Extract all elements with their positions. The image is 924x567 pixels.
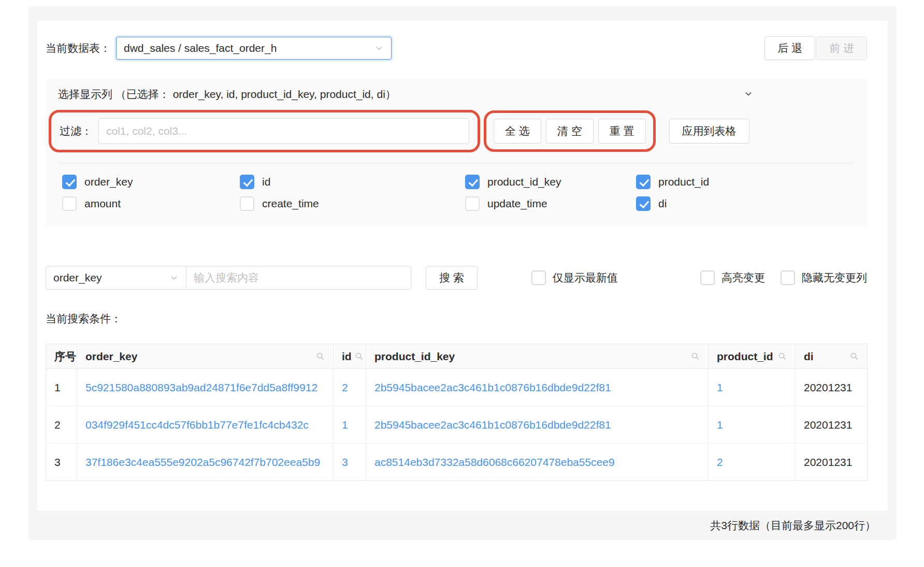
table-select[interactable]: dwd_sales / sales_fact_order_h	[116, 37, 392, 60]
column-checkbox-product_id_key[interactable]: product_id_key	[465, 175, 636, 189]
cell-id[interactable]: 2	[334, 369, 366, 406]
top-toolbar: 当前数据表： dwd_sales / sales_fact_order_h 后 …	[46, 36, 867, 60]
table-row: 3 37f186e3c4ea555e9202a5c96742f7b702eea5…	[46, 444, 868, 481]
panel-header[interactable]: 选择显示列 （已选择： order_key, id, product_id_ke…	[46, 79, 867, 110]
cell-product_id[interactable]: 1	[709, 369, 796, 406]
checkbox-icon[interactable]	[465, 175, 480, 189]
header-index: 序号	[46, 344, 77, 369]
search-column-value: order_key	[53, 272, 169, 284]
cell-order_key[interactable]: 5c921580a880893ab9ad24871f6e7dd5a8ff9912	[77, 369, 334, 406]
checkbox-icon[interactable]	[465, 196, 480, 211]
search-icon[interactable]	[691, 352, 700, 361]
highlight-changes-checkbox[interactable]: 高亮变更	[700, 271, 765, 285]
search-button[interactable]: 搜 索	[426, 266, 478, 290]
column-checkbox-id[interactable]: id	[240, 175, 465, 189]
annotation-filter-highlight: 过滤：	[49, 110, 480, 152]
column-checkbox-grid: order_key id product_id_key product_id	[46, 163, 867, 228]
column-checkbox-amount[interactable]: amount	[62, 196, 240, 211]
header-order_key: order_key	[77, 344, 334, 369]
cell-index: 3	[46, 444, 77, 481]
cell-product_id_key[interactable]: ac8514eb3d7332a58d6068c66207478eba55cee9	[366, 444, 709, 481]
current-condition-label: 当前搜索条件：	[46, 311, 867, 326]
cell-product_id_key[interactable]: 2b5945bacee2ac3c461b1c0876b16dbde9d22f81	[366, 406, 709, 444]
table-select-value: dwd_sales / sales_fact_order_h	[124, 42, 374, 54]
cell-di: 20201231	[796, 406, 868, 444]
filter-label: 过滤：	[60, 124, 92, 138]
search-input[interactable]	[186, 266, 411, 290]
cell-index: 2	[46, 406, 77, 444]
column-checkbox-update_time[interactable]: update_time	[465, 196, 636, 211]
back-button[interactable]: 后 退	[764, 36, 815, 60]
table-row: 1 5c921580a880893ab9ad24871f6e7dd5a8ff99…	[46, 369, 868, 406]
cell-order_key[interactable]: 37f186e3c4ea555e9202a5c96742f7b702eea5b9	[77, 444, 334, 481]
hide-unchanged-checkbox[interactable]: 隐藏无变更列	[781, 271, 867, 285]
header-product_id: product_id	[709, 344, 796, 369]
latest-only-checkbox[interactable]: 仅显示最新值	[531, 271, 618, 285]
cell-di: 20201231	[796, 369, 868, 406]
row-count-summary: 共3行数据（目前最多显示200行）	[28, 511, 897, 540]
column-checkbox-create_time[interactable]: create_time	[240, 196, 465, 211]
cell-product_id[interactable]: 2	[709, 444, 796, 481]
cell-id[interactable]: 1	[334, 406, 366, 444]
table-header-row: 序号 order_key id product_id_ke	[46, 344, 868, 369]
panel-title: 选择显示列 （已选择： order_key, id, product_id_ke…	[58, 87, 396, 102]
search-column-select[interactable]: order_key	[46, 266, 186, 290]
cell-product_id[interactable]: 1	[709, 406, 796, 444]
cell-id[interactable]: 3	[334, 444, 366, 481]
select-all-button[interactable]: 全 选	[494, 119, 541, 144]
header-di: di	[796, 344, 868, 369]
page-container: 当前数据表： dwd_sales / sales_fact_order_h 后 …	[28, 6, 897, 540]
checkbox-icon[interactable]	[636, 175, 651, 189]
checkbox-icon[interactable]	[62, 175, 77, 189]
column-checkbox-di[interactable]: di	[636, 196, 855, 211]
header-id: id	[334, 344, 366, 369]
checkbox-icon[interactable]	[781, 271, 795, 285]
apply-to-table-button[interactable]: 应用到表格	[669, 119, 749, 144]
checkbox-icon[interactable]	[700, 271, 715, 285]
chevron-down-icon	[374, 44, 384, 53]
filter-input[interactable]	[98, 118, 469, 144]
collapse-chevron-icon[interactable]	[744, 89, 753, 98]
checkbox-icon[interactable]	[531, 271, 546, 285]
search-icon[interactable]	[778, 352, 787, 361]
checkbox-icon[interactable]	[62, 196, 77, 211]
search-icon[interactable]	[850, 352, 859, 361]
cell-index: 1	[46, 369, 77, 406]
chevron-down-icon	[169, 273, 179, 282]
data-table: 序号 order_key id product_id_ke	[46, 344, 868, 481]
filter-row: 过滤： 全 选 清 空 重 置 应用到表格	[46, 110, 867, 152]
current-table-label: 当前数据表：	[46, 41, 111, 55]
clear-button[interactable]: 清 空	[546, 119, 594, 144]
table-row: 2 034f929f451cc4dc57f6bb1b77e7fe1fc4cb43…	[46, 406, 868, 444]
search-toolbar: order_key 搜 索 仅显示最新值 高亮变更 隐藏无变更列	[46, 266, 867, 290]
cell-product_id_key[interactable]: 2b5945bacee2ac3c461b1c0876b16dbde9d22f81	[366, 369, 709, 406]
checkbox-icon[interactable]	[240, 196, 254, 211]
main-card: 当前数据表： dwd_sales / sales_fact_order_h 后 …	[37, 21, 888, 511]
header-product_id_key: product_id_key	[366, 344, 709, 369]
reset-button[interactable]: 重 置	[598, 119, 646, 144]
column-checkbox-product_id[interactable]: product_id	[636, 175, 855, 189]
annotation-buttons-highlight: 全 选 清 空 重 置	[484, 110, 656, 152]
column-chooser-panel: 选择显示列 （已选择： order_key, id, product_id_ke…	[46, 79, 867, 228]
search-icon[interactable]	[316, 352, 325, 361]
cell-order_key[interactable]: 034f929f451cc4dc57f6bb1b77e7fe1fc4cb432c	[77, 406, 334, 444]
column-checkbox-order_key[interactable]: order_key	[62, 175, 240, 189]
checkbox-icon[interactable]	[240, 175, 254, 189]
cell-di: 20201231	[796, 444, 868, 481]
search-icon[interactable]	[355, 352, 364, 361]
checkbox-icon[interactable]	[636, 196, 651, 211]
forward-button: 前 进	[816, 36, 867, 60]
